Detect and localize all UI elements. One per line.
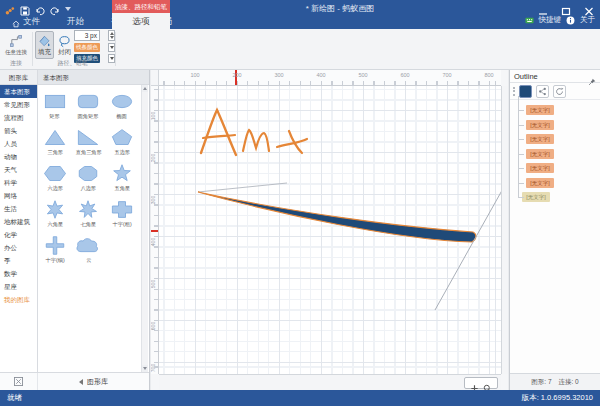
outline-node-badge: [无文字] (526, 149, 554, 159)
category-item[interactable]: 流程图 (0, 111, 37, 124)
shape-item[interactable]: 三角形 (38, 123, 72, 159)
stroke-width-input[interactable]: 3 px (74, 30, 100, 41)
category-item[interactable]: 人员 (0, 137, 37, 150)
outline-node[interactable]: [无文字] (515, 190, 598, 205)
any-connect-button[interactable]: 任意连接 (3, 31, 29, 59)
ruler-corner (151, 70, 159, 86)
category-item[interactable]: 季 (0, 254, 37, 267)
app-logo-ant-icon (5, 2, 15, 12)
shortcuts-link[interactable]: 快捷键 (539, 15, 562, 25)
shape-item[interactable]: 十字(细) (38, 231, 72, 267)
save-button[interactable] (20, 2, 30, 12)
category-item[interactable]: 网络 (0, 189, 37, 202)
redo-button[interactable] (50, 2, 60, 12)
close-button[interactable] (584, 2, 594, 11)
line-color-dropdown-icon[interactable] (108, 43, 115, 52)
shape-grid-scrollbar[interactable] (141, 85, 148, 372)
category-list: 基本图形 常见图形 流程图 箭头 人员 (0, 85, 38, 372)
panel-collapse-bar[interactable]: 图形库 (38, 377, 149, 387)
ruler-number: 600 (151, 322, 156, 330)
qat-dropdown-icon[interactable] (65, 7, 71, 11)
shape-item[interactable]: 圆角矩形 (72, 87, 106, 123)
refresh-button[interactable] (553, 85, 566, 98)
shape-item[interactable]: 七角星 (72, 195, 106, 231)
category-item[interactable]: 常见图形 (0, 98, 37, 111)
shape-label: 圆角矩形 (78, 113, 99, 120)
category-item[interactable]: 箭头 (0, 124, 37, 137)
scroll-down-icon[interactable] (142, 365, 148, 372)
panel-close-button[interactable] (0, 373, 38, 390)
shape-label: 十字(细) (45, 257, 64, 264)
handwriting-stroke-A (201, 110, 236, 155)
outline-node[interactable]: [无文字] (515, 103, 598, 118)
zoom-in-icon[interactable] (470, 379, 479, 388)
category-item[interactable]: 天气 (0, 163, 37, 176)
menu-tab-icon (12, 17, 20, 25)
category-item[interactable]: 地标建筑 (0, 215, 37, 228)
category-item[interactable]: 数学 (0, 267, 37, 280)
stroke-width-stepper[interactable] (108, 30, 115, 41)
close-path-button[interactable]: 封闭 (55, 31, 74, 59)
minimize-button[interactable] (538, 2, 548, 11)
shape-icon (40, 91, 70, 112)
outline-panel: Outline [无文字] [无文字] (509, 70, 600, 390)
menu-tab[interactable]: 文件 (4, 13, 48, 29)
ruler-number: 800 (484, 72, 493, 78)
category-item[interactable]: 星座 (0, 280, 37, 293)
menu-tab[interactable]: 开始 (48, 13, 92, 29)
shape-item[interactable]: 五边形 (105, 123, 139, 159)
shape-item[interactable]: 椭圆 (105, 87, 139, 123)
shape-item[interactable]: 六角星 (38, 195, 72, 231)
drag-grip-icon[interactable] (513, 87, 515, 96)
outline-node[interactable]: [无文字] (515, 176, 598, 191)
menu-tab-label: 文件 (23, 13, 40, 29)
shape-item[interactable]: 八边形 (72, 159, 106, 195)
shape-item[interactable]: 十字(粗) (105, 195, 139, 231)
ruler-number: 400 (151, 238, 156, 246)
shape-item[interactable]: 矩形 (38, 87, 72, 123)
app-window: 油漆、路径和铅笔 * 新绘图 - 蚂蚁画图 文件 开始 (0, 0, 600, 406)
drawing-canvas[interactable] (159, 86, 501, 374)
ribbon: 任意连接 连接 填充 封闭 3 px 线条颜色 填充颜色 路径、铅笔 (0, 29, 600, 70)
canvas-vertical-scrollbar[interactable] (501, 86, 508, 374)
maximize-button[interactable] (561, 2, 571, 11)
shape-item[interactable]: 六边形 (38, 159, 72, 195)
category-item[interactable]: 基本图形 (0, 85, 37, 98)
shape-item[interactable]: 云 (72, 231, 106, 267)
canvas-horizontal-scrollbar[interactable] (159, 374, 501, 390)
magnifier-icon[interactable] (483, 379, 492, 388)
scroll-up-icon[interactable] (142, 85, 148, 92)
fill-view-button[interactable] (519, 85, 532, 98)
category-item[interactable]: 生活 (0, 202, 37, 215)
shape-label: 十字(粗) (112, 221, 131, 228)
status-ready: 就绪 (7, 393, 22, 403)
ruler-number: 600 (400, 72, 409, 78)
shape-item[interactable]: 五角星 (105, 159, 139, 195)
outline-node-badge: [无文字] (522, 192, 550, 202)
pin-icon[interactable] (588, 72, 596, 80)
about-link[interactable]: 关于 (580, 15, 595, 25)
outline-node[interactable]: [无文字] (515, 161, 598, 176)
outline-node[interactable]: [无文字] (515, 132, 598, 147)
tab-options-active[interactable]: 选项 (112, 13, 170, 29)
undo-button[interactable] (35, 2, 45, 12)
fill-button[interactable]: 填充 (35, 31, 54, 59)
shape-icon (40, 199, 70, 220)
category-item[interactable]: 办公 (0, 241, 37, 254)
category-item[interactable]: 动物 (0, 150, 37, 163)
window-controls (538, 2, 594, 11)
shape-item[interactable]: 直角三角形 (72, 123, 106, 159)
line-color-button[interactable]: 线条颜色 (74, 43, 100, 52)
shape-label: 椭圆 (117, 113, 127, 120)
quick-access-toolbar (5, 2, 71, 12)
category-item[interactable]: 科学 (0, 176, 37, 189)
ruler-number: 700 (442, 72, 451, 78)
shape-label: 六角星 (47, 221, 63, 228)
connections-view-button[interactable] (536, 85, 549, 98)
outline-node[interactable]: [无文字] (515, 147, 598, 162)
category-item[interactable]: 化学 (0, 228, 37, 241)
outline-node[interactable]: [无文字] (515, 118, 598, 133)
category-item[interactable]: 我的图库 (0, 293, 37, 306)
ruler-number: 400 (316, 72, 325, 78)
category-label: 人员 (4, 140, 17, 147)
